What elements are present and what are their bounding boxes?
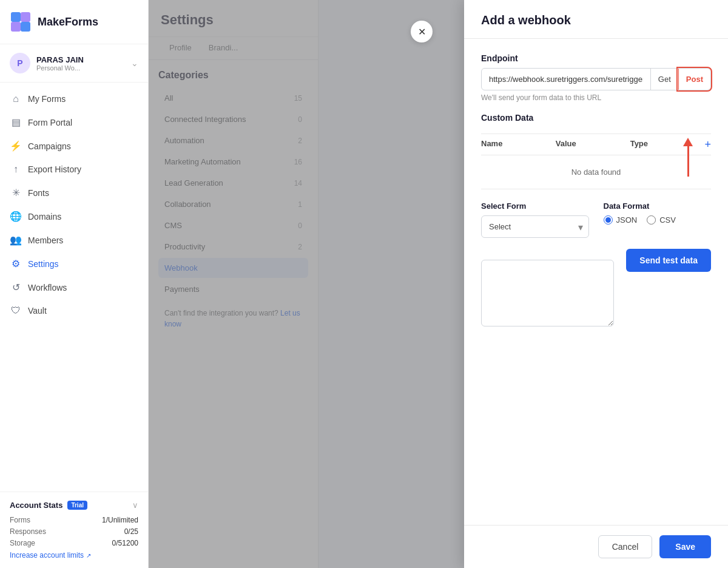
modal-body: Endpoint Get Post We'll send your form d…: [464, 39, 728, 525]
sidebar-item-campaigns[interactable]: ⚡ Campaigns: [0, 134, 148, 158]
export-icon: ↑: [10, 164, 22, 175]
logo-area: MakeForms: [0, 0, 148, 44]
account-stats: Account Stats Trial ∨ Forms 1/Unlimited …: [0, 492, 148, 568]
send-row: Send test data: [481, 249, 711, 326]
app-name: MakeForms: [38, 16, 98, 29]
stats-title: Account Stats: [10, 501, 62, 510]
domains-icon: 🌐: [10, 211, 22, 222]
close-icon: ✕: [418, 26, 426, 38]
custom-data-section: Custom Data Name Value Type + No data fo…: [481, 113, 711, 189]
sidebar-item-vault[interactable]: 🛡 Vault: [0, 299, 148, 322]
col-type-header: Type: [630, 139, 705, 150]
storage-stat: Storage 0/51200: [10, 539, 138, 547]
sidebar-item-label: Members: [28, 235, 63, 245]
modal-close-button[interactable]: ✕: [411, 21, 433, 42]
svg-rect-3: [21, 22, 30, 32]
save-button[interactable]: Save: [659, 535, 711, 558]
chevron-down-icon: ∨: [132, 501, 138, 510]
data-format-label: Data Format: [604, 201, 712, 211]
forms-stat: Forms 1/Unlimited: [10, 516, 138, 524]
logo-icon: [10, 11, 32, 33]
endpoint-input[interactable]: [482, 69, 650, 90]
endpoint-hint: We'll send your form data to this URL: [481, 93, 711, 102]
form-row: Select Form Select Data Format JSON: [481, 201, 711, 238]
select-form-group: Select Form Select: [481, 201, 589, 238]
sidebar-item-domains[interactable]: 🌐 Domains: [0, 205, 148, 228]
campaigns-icon: ⚡: [10, 140, 22, 152]
chevron-down-icon: ⌄: [131, 58, 138, 68]
arrow-line: [687, 146, 689, 177]
test-data-textarea[interactable]: [481, 260, 614, 326]
settings-icon: ⚙: [10, 258, 22, 269]
format-radio-group: JSON CSV: [604, 215, 712, 225]
col-name-header: Name: [481, 139, 556, 150]
add-column-button[interactable]: +: [704, 139, 711, 150]
csv-label: CSV: [659, 215, 676, 225]
custom-data-label: Custom Data: [481, 113, 533, 123]
select-form-dropdown[interactable]: Select: [481, 215, 589, 238]
main-nav: ⌂ My Forms ▤ Form Portal ⚡ Campaigns ↑ E…: [0, 83, 148, 492]
avatar: P: [10, 53, 30, 73]
select-form-wrapper: Select: [481, 215, 589, 238]
json-label: JSON: [616, 215, 638, 225]
sidebar-item-fonts[interactable]: ✳ Fonts: [0, 181, 148, 205]
vault-icon: 🛡: [10, 305, 22, 316]
members-icon: 👥: [10, 234, 22, 246]
user-profile[interactable]: P PARAS JAIN Personal Wo... ⌄: [0, 44, 148, 83]
home-icon: ⌂: [10, 93, 22, 104]
increase-limits-link[interactable]: Increase account limits ↗: [10, 551, 138, 560]
sidebar-item-label: Fonts: [28, 188, 49, 198]
svg-rect-2: [11, 22, 21, 32]
user-name: PARAS JAIN: [36, 55, 125, 64]
sidebar-item-label: Vault: [28, 306, 47, 316]
user-workspace: Personal Wo...: [36, 64, 125, 72]
sidebar-item-settings[interactable]: ⚙ Settings: [0, 252, 148, 276]
fonts-icon: ✳: [10, 187, 22, 198]
trial-badge: Trial: [67, 501, 87, 510]
add-webhook-modal: ✕ Add a webhook Endpoint Get Post: [464, 0, 728, 568]
sidebar-item-my-forms[interactable]: ⌂ My Forms: [0, 87, 148, 110]
no-data-message: No data found: [481, 155, 711, 189]
sidebar-item-label: My Forms: [28, 94, 66, 104]
endpoint-row: Get Post: [481, 68, 711, 90]
csv-radio-label[interactable]: CSV: [647, 215, 676, 225]
csv-radio[interactable]: [647, 215, 656, 225]
sidebar-item-form-portal[interactable]: ▤ Form Portal: [0, 110, 148, 134]
sidebar-item-members[interactable]: 👥 Members: [0, 228, 148, 252]
sidebar-item-label: Workflows: [28, 283, 67, 292]
modal-footer: Cancel Save: [464, 525, 728, 568]
sidebar-item-label: Form Portal: [28, 118, 72, 127]
custom-data-columns: Name Value Type +: [481, 134, 711, 155]
external-link-icon: ↗: [86, 552, 91, 559]
svg-rect-0: [11, 12, 21, 22]
arrow-head: [683, 138, 693, 146]
post-button[interactable]: Post: [678, 69, 710, 90]
sidebar-item-export-history[interactable]: ↑ Export History: [0, 158, 148, 181]
portal-icon: ▤: [10, 117, 22, 128]
sidebar-item-label: Settings: [28, 259, 59, 269]
endpoint-label: Endpoint: [481, 53, 711, 63]
cancel-button[interactable]: Cancel: [598, 535, 653, 558]
json-radio[interactable]: [604, 215, 613, 225]
main-area: Settings Profile Brandi... Categories Al…: [149, 0, 728, 568]
sidebar-item-workflows[interactable]: ↺ Workflows: [0, 276, 148, 299]
sidebar: MakeForms P PARAS JAIN Personal Wo... ⌄ …: [0, 0, 149, 568]
red-arrow-annotation: [683, 138, 693, 177]
svg-rect-1: [21, 12, 30, 22]
sidebar-item-label: Export History: [28, 164, 81, 174]
workflows-icon: ↺: [10, 282, 22, 293]
col-value-header: Value: [556, 139, 630, 150]
send-test-data-button[interactable]: Send test data: [626, 249, 711, 272]
sidebar-item-label: Campaigns: [28, 141, 71, 151]
modal-title: Add a webhook: [481, 13, 571, 27]
responses-stat: Responses 0/25: [10, 527, 138, 536]
data-format-group: Data Format JSON CSV: [604, 201, 712, 225]
json-radio-label[interactable]: JSON: [604, 215, 638, 225]
get-button[interactable]: Get: [650, 69, 678, 90]
modal-header: Add a webhook: [464, 0, 728, 39]
sidebar-item-label: Domains: [28, 212, 61, 221]
select-form-label: Select Form: [481, 201, 589, 211]
